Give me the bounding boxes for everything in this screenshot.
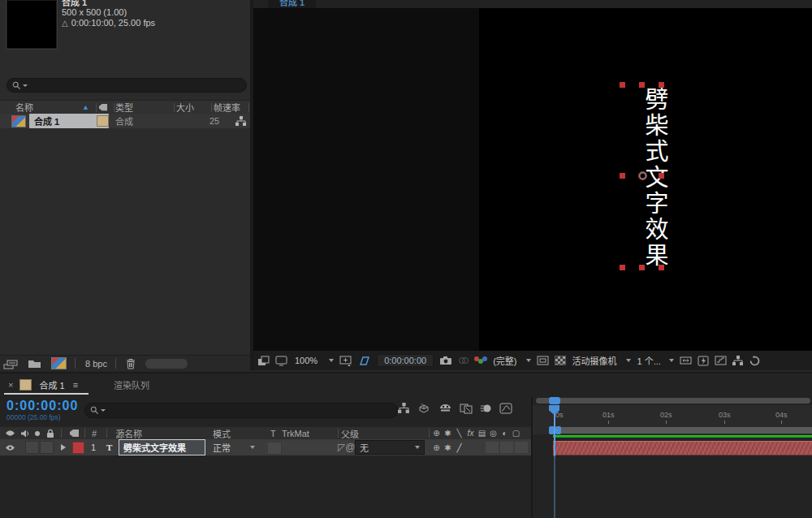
label-column-tag-icon[interactable] <box>69 429 80 438</box>
primary-viewer-icon[interactable] <box>275 356 287 366</box>
transparency-grid-icon[interactable] <box>555 356 566 365</box>
trkmat-toggle[interactable] <box>267 442 282 455</box>
frame-blend-switch-header-icon[interactable]: ▤ <box>477 429 487 438</box>
canvas-text-layer[interactable]: 劈柴式文字效果 <box>642 87 666 272</box>
layer-switch-box[interactable] <box>486 442 499 453</box>
layer-video-eye-icon[interactable] <box>5 444 15 451</box>
viewer-tab-comp[interactable]: 合成 1 <box>268 0 316 8</box>
resolution-dropdown[interactable]: (完整) <box>493 354 531 367</box>
timeline-tab-comp[interactable]: 合成 1 <box>39 378 64 391</box>
viewer-timecode[interactable]: 0:00:00:00 <box>377 354 434 367</box>
layer-collapse-switch-icon[interactable]: ✱ <box>443 443 453 452</box>
work-area-handle[interactable] <box>555 426 561 434</box>
blend-mode-dropdown[interactable]: 正常 <box>213 441 255 454</box>
column-name[interactable]: 名称 <box>15 101 33 114</box>
layer-switch-box[interactable] <box>500 442 513 453</box>
playhead-line[interactable] <box>554 414 555 456</box>
project-search-input[interactable] <box>6 78 247 93</box>
selection-handle[interactable] <box>620 265 625 270</box>
composition-mini-flowchart-icon[interactable] <box>398 403 410 414</box>
layer-expand-arrow[interactable] <box>61 444 66 451</box>
solo-column-icon[interactable] <box>35 431 40 436</box>
timeline-tab-render-queue[interactable]: 渲染队列 <box>114 378 149 391</box>
layer-name[interactable]: 劈柴式文字效果 <box>119 439 205 455</box>
camera-view-dropdown[interactable]: 活动摄像机 <box>572 354 631 367</box>
selection-handle[interactable] <box>639 82 645 88</box>
column-type[interactable]: 类型 <box>115 101 133 114</box>
bpc-button[interactable]: 8 bpc <box>85 359 107 369</box>
timeline-search-input[interactable] <box>84 403 398 418</box>
fx-switch-header-icon[interactable]: fx <box>465 429 476 438</box>
mask-visibility-toggle-icon[interactable] <box>358 356 371 366</box>
time-ruler[interactable]: 0s 01s 02s 03s 04s <box>533 405 812 427</box>
frame-blending-icon[interactable] <box>460 403 473 414</box>
selection-handle[interactable] <box>659 82 664 88</box>
column-index[interactable]: # <box>92 429 97 438</box>
region-of-interest-icon[interactable] <box>537 356 549 365</box>
layer-quality-switch-icon[interactable]: ╱ <box>454 443 464 452</box>
parent-pickwhip-icon[interactable]: ◸︎@ <box>338 442 355 453</box>
show-channel-icon[interactable] <box>474 356 487 365</box>
selection-handle[interactable] <box>659 173 664 179</box>
search-scope-chevron[interactable] <box>23 84 28 87</box>
column-size[interactable]: 大小 <box>176 101 194 114</box>
current-timecode[interactable]: 0:00:00:00 <box>6 399 78 413</box>
layer-switch-box[interactable] <box>515 442 528 453</box>
layer-audio-toggle[interactable] <box>25 441 39 454</box>
always-preview-icon[interactable] <box>257 356 270 366</box>
lock-column-icon[interactable] <box>46 429 54 438</box>
label-column-tag-icon[interactable] <box>98 103 108 112</box>
draft-3d-icon[interactable] <box>417 402 431 414</box>
new-composition-icon[interactable] <box>51 357 67 369</box>
label-color-swatch[interactable] <box>97 115 109 127</box>
timeline-button-icon[interactable] <box>715 356 727 365</box>
column-mode[interactable]: 模式 <box>213 427 231 440</box>
column-t[interactable]: T <box>270 429 276 438</box>
project-item-row[interactable]: 合成 1 合成 25 <box>0 114 250 128</box>
quality-switch-header-icon[interactable]: ╲ <box>454 429 464 438</box>
interpret-footage-icon[interactable] <box>3 358 18 369</box>
viewer-viewport[interactable]: 劈柴式文字效果 <box>253 8 812 351</box>
column-fps[interactable]: 帧速率 <box>214 101 240 114</box>
layer-duration-bar[interactable] <box>553 441 812 455</box>
view-layout-dropdown[interactable]: 1 个... <box>637 354 673 367</box>
panel-menu-icon[interactable]: ≡ <box>73 380 78 390</box>
sort-ascending-icon[interactable]: ▲ <box>82 103 89 111</box>
pan-scrollbar-handle[interactable] <box>549 397 560 404</box>
collapse-switch-header-icon[interactable]: ✱ <box>443 429 453 438</box>
search-scope-chevron[interactable] <box>101 409 106 412</box>
video-column-eye-icon[interactable] <box>5 430 15 437</box>
magnification-dropdown[interactable]: 100% <box>295 356 334 365</box>
selection-handle[interactable] <box>659 265 664 270</box>
new-folder-icon[interactable] <box>28 358 41 369</box>
parent-dropdown[interactable]: 无 <box>355 440 425 455</box>
close-icon[interactable]: × <box>8 380 13 390</box>
trash-icon[interactable] <box>126 358 136 369</box>
fast-previews-icon[interactable] <box>698 356 709 366</box>
threed-switch-header-icon[interactable]: ▢ <box>511 429 521 438</box>
column-parent[interactable]: 父级 <box>341 427 359 440</box>
layer-anchor-switch-icon[interactable]: ⊕ <box>431 443 442 452</box>
work-area-bar[interactable] <box>551 427 812 434</box>
layer-row[interactable]: 1 T 劈柴式文字效果 正常 ◸︎@ 无 ⊕ ✱ ╱ <box>0 439 533 455</box>
graph-editor-icon[interactable] <box>499 403 512 414</box>
layer-solo-toggle[interactable] <box>40 441 54 454</box>
audio-column-speaker-icon[interactable] <box>20 430 29 438</box>
timeline-pan-scrollbar[interactable] <box>536 398 810 404</box>
pixel-aspect-correction-icon[interactable] <box>680 356 692 365</box>
column-trkmat[interactable]: TrkMat <box>282 429 309 438</box>
composition-canvas[interactable]: 劈柴式文字效果 <box>479 8 812 351</box>
selection-handle[interactable] <box>639 265 645 270</box>
comp-flowchart-icon[interactable] <box>732 356 744 366</box>
motion-blur-switch-header-icon[interactable]: ◎ <box>488 429 499 438</box>
layer-label-swatch[interactable] <box>72 442 84 454</box>
flowchart-icon[interactable] <box>235 116 247 127</box>
reset-exposure-icon[interactable] <box>749 356 760 366</box>
hide-shy-layers-icon[interactable] <box>438 403 452 414</box>
snapshot-camera-icon[interactable] <box>439 356 452 365</box>
selection-handle[interactable] <box>620 82 625 88</box>
shy-switch-header-icon[interactable]: ⊕ <box>431 429 442 438</box>
adjustment-switch-header-icon[interactable]: ◐ <box>499 429 510 438</box>
show-snapshot-icon[interactable] <box>458 356 469 365</box>
panel-scrubber[interactable] <box>145 359 188 369</box>
